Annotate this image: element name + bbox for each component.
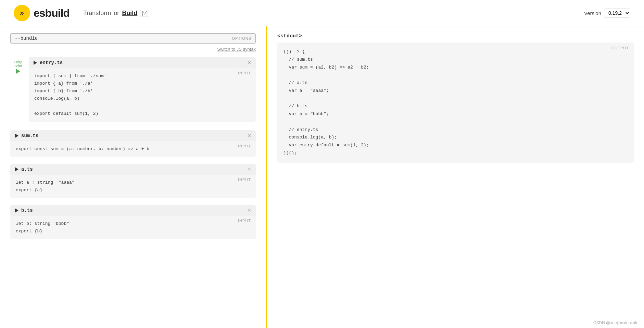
entry-point-wrapper: entrypoint entry.ts × INPUT import { sum… <box>10 57 256 129</box>
right-panel: <stdout> OUTPUT (() => { // sum.ts var s… <box>267 26 644 328</box>
file-card-body-entry: INPUT import { sum } from './sum' import… <box>29 68 256 122</box>
input-label-b: INPUT <box>238 219 251 223</box>
file-card-header-entry[interactable]: entry.ts × <box>29 57 256 68</box>
logo-text: esbuild <box>34 7 70 20</box>
code-entry[interactable]: import { sum } from './sum' import { a} … <box>34 72 250 118</box>
close-icon-b[interactable]: × <box>248 208 251 213</box>
close-icon-entry[interactable]: × <box>248 60 251 65</box>
switch-js-wrapper: Switch to JS syntax <box>10 46 256 52</box>
stdout-label: <stdout> <box>277 33 634 39</box>
output-code: (() => { // sum.ts var sum = (a2, b2) =>… <box>283 48 628 157</box>
collapse-icon-sum <box>15 134 18 138</box>
esbuild-logo-icon: » <box>14 5 30 21</box>
output-card: OUTPUT (() => { // sum.ts var sum = (a2,… <box>277 42 634 163</box>
nav-or: or <box>114 10 119 17</box>
close-icon-sum[interactable]: × <box>248 133 251 138</box>
entry-label-text: entrypoint <box>14 60 22 68</box>
collapse-icon-b <box>15 208 18 212</box>
file-card-title-entry: entry.ts <box>34 60 63 65</box>
file-card-entry: entry.ts × INPUT import { sum } from './… <box>29 57 256 122</box>
options-label: OPTIONS <box>232 36 251 40</box>
code-a[interactable]: let a : string ="aaaa" export {a} <box>16 179 250 194</box>
file-card-header-sum[interactable]: sum.ts × <box>10 130 256 141</box>
code-b[interactable]: let b: string="bbbb" export {b} <box>16 220 250 235</box>
close-icon-a[interactable]: × <box>248 167 251 172</box>
input-label-sum: INPUT <box>238 144 251 148</box>
entry-arrow-icon <box>16 69 20 74</box>
collapse-icon-entry <box>34 61 37 65</box>
file-card-body-b: INPUT let b: string="bbbb" export {b} <box>10 216 256 239</box>
left-panel: OPTIONS Switch to JS syntax entrypoint e… <box>0 26 267 328</box>
output-label: OUTPUT <box>611 46 629 50</box>
file-card-a: a.ts × INPUT let a : string ="aaaa" expo… <box>10 164 256 198</box>
footer-credit: CSDN @xuejianxinokok <box>593 320 637 325</box>
version-select[interactable]: 0.19.2 <box>604 9 630 17</box>
file-card-b: b.ts × INPUT let b: string="bbbb" export… <box>10 205 256 239</box>
file-card-body-a: INPUT let a : string ="aaaa" export {a} <box>10 175 256 198</box>
header: » esbuild Transform or Build [?] Version… <box>0 0 644 26</box>
version-wrapper: Version 0.19.2 <box>584 9 630 17</box>
file-card-title-b: b.ts <box>15 208 33 213</box>
main-layout: OPTIONS Switch to JS syntax entrypoint e… <box>0 26 644 328</box>
version-label: Version <box>584 10 601 16</box>
input-label-entry: INPUT <box>238 71 251 75</box>
file-card-header-a[interactable]: a.ts × <box>10 164 256 175</box>
footer: CSDN @xuejianxinokok <box>593 320 637 325</box>
transform-link[interactable]: Transform <box>83 10 111 17</box>
file-card-header-b[interactable]: b.ts × <box>10 205 256 216</box>
file-card-sum: sum.ts × INPUT export const sum = (a: nu… <box>10 130 256 157</box>
nav-links: Transform or Build [?] <box>83 10 149 17</box>
code-sum[interactable]: export const sum = (a: number, b: number… <box>16 145 250 153</box>
options-input[interactable] <box>15 36 232 41</box>
logo-wrapper: » esbuild <box>14 5 70 21</box>
help-button[interactable]: [?] <box>140 10 149 16</box>
build-link[interactable]: Build <box>122 10 137 17</box>
file-card-title-sum: sum.ts <box>15 133 38 138</box>
collapse-icon-a <box>15 167 18 171</box>
options-bar: OPTIONS <box>10 33 256 44</box>
switch-js-link[interactable]: Switch to JS syntax <box>217 47 256 52</box>
file-card-body-sum: INPUT export const sum = (a: number, b: … <box>10 141 256 157</box>
input-label-a: INPUT <box>238 178 251 182</box>
file-card-title-a: a.ts <box>15 167 33 172</box>
entry-point-label: entrypoint <box>10 57 26 74</box>
